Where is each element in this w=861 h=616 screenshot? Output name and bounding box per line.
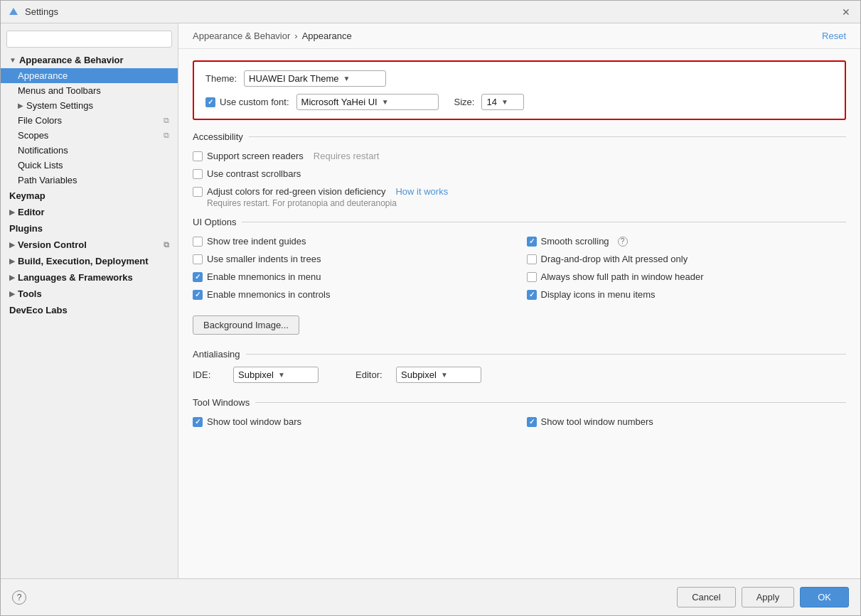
custom-font-label: Use custom font:: [220, 97, 289, 107]
smooth-scrolling-checkbox[interactable]: ✓: [527, 237, 537, 247]
sidebar-item-label: Notifications: [18, 145, 68, 156]
sidebar-section-keymap[interactable]: Keymap: [1, 188, 178, 204]
sidebar-item-system-settings[interactable]: System Settings: [1, 98, 178, 113]
sidebar-section-label: Appearance & Behavior: [19, 55, 124, 65]
editor-aa-dropdown[interactable]: Subpixel ▼: [396, 367, 481, 383]
sidebar-item-menus-toolbars[interactable]: Menus and Toolbars: [1, 83, 178, 98]
sidebar-item-label: Path Variables: [18, 175, 77, 185]
copy-icon: ⧉: [164, 116, 169, 125]
full-path-row: Always show full path in window header: [527, 270, 847, 283]
sidebar-section-languages[interactable]: Languages & Frameworks: [1, 269, 178, 286]
sidebar-section-build[interactable]: Build, Execution, Deployment: [1, 253, 178, 269]
display-icons-checkbox[interactable]: ✓: [527, 290, 537, 300]
full-path-checkbox[interactable]: [527, 272, 537, 282]
breadcrumb-bar: Appearance & Behavior › Appearance Reset: [178, 23, 860, 49]
sidebar-item-label: Quick Lists: [18, 160, 63, 171]
contrast-scrollbars-checkbox[interactable]: [193, 169, 203, 179]
close-button[interactable]: ✕: [839, 5, 853, 19]
check-icon: ✓: [208, 98, 213, 106]
ui-options-label: UI Options: [193, 217, 236, 227]
mnemonics-controls-checkbox[interactable]: ✓: [193, 290, 203, 300]
tree-indent-checkbox[interactable]: [193, 237, 203, 247]
sidebar-section-appearance-behavior[interactable]: Appearance & Behavior: [1, 52, 178, 68]
font-size-dropdown[interactable]: 14 ▼: [481, 94, 524, 110]
background-image-button[interactable]: Background Image...: [193, 315, 299, 335]
bottom-bar: ? Cancel Apply OK: [1, 578, 860, 615]
sidebar-item-quick-lists[interactable]: Quick Lists: [1, 158, 178, 173]
dnd-alt-checkbox[interactable]: [527, 254, 537, 264]
sidebar-item-label: File Colors: [18, 115, 62, 126]
chevron-icon: [9, 241, 15, 249]
font-value: Microsoft YaHei UI: [301, 97, 378, 107]
mnemonics-menu-checkbox[interactable]: ✓: [193, 272, 203, 282]
settings-dialog: Settings ✕ Appearance & Behavior Appeara…: [0, 0, 861, 616]
theme-dropdown[interactable]: HUAWEI Dark Theme ▼: [244, 70, 386, 87]
color-deficiency-subtext: Requires restart. For protanopia and deu…: [207, 198, 846, 208]
check-icon: ✓: [195, 273, 200, 281]
mnemonics-controls-row: ✓ Enable mnemonics in controls: [193, 288, 513, 301]
smaller-indents-row: Use smaller indents in trees: [193, 252, 513, 266]
editor-label: Editor:: [355, 369, 387, 380]
sidebar-item-label: Menus and Toolbars: [18, 85, 101, 96]
sidebar-item-notifications[interactable]: Notifications: [1, 143, 178, 158]
reset-link[interactable]: Reset: [822, 31, 846, 41]
mnemonics-menu-label: Enable mnemonics in menu: [207, 271, 321, 282]
sidebar-item-label: System Settings: [26, 100, 93, 111]
font-dropdown[interactable]: Microsoft YaHei UI ▼: [296, 94, 439, 110]
section-line: [249, 136, 846, 137]
smaller-indents-checkbox[interactable]: [193, 254, 203, 264]
ide-aa-dropdown[interactable]: Subpixel ▼: [233, 367, 319, 383]
apply-button[interactable]: Apply: [742, 587, 795, 607]
bottom-right: Cancel Apply OK: [677, 587, 849, 607]
chevron-icon: [9, 274, 15, 281]
search-bar: [1, 26, 178, 52]
sidebar-item-label: Scopes: [18, 130, 48, 141]
chevron-icon: [9, 56, 16, 64]
show-bars-label: Show tool window bars: [207, 416, 301, 427]
dnd-alt-label: Drag-and-drop with Alt pressed only: [541, 254, 688, 264]
search-wrap: [6, 31, 172, 48]
sidebar-item-file-colors[interactable]: File Colors ⧉: [1, 113, 178, 128]
color-deficiency-checkbox[interactable]: [193, 187, 203, 197]
section-line: [246, 354, 847, 355]
tool-windows-section-header: Tool Windows: [193, 397, 846, 408]
help-button[interactable]: ?: [12, 590, 26, 605]
ok-button[interactable]: OK: [800, 587, 849, 607]
theme-value: HUAWEI Dark Theme: [249, 73, 338, 84]
show-bars-checkbox[interactable]: ✓: [193, 417, 203, 427]
font-row: ✓ Use custom font: Microsoft YaHei UI ▼ …: [205, 94, 833, 110]
window-title: Settings: [25, 6, 58, 17]
chevron-down-icon: ▼: [278, 371, 285, 379]
settings-content: Theme: HUAWEI Dark Theme ▼ ✓ Use custom …: [178, 49, 860, 440]
chevron-icon: [9, 257, 15, 265]
right-panel: Appearance & Behavior › Appearance Reset…: [178, 23, 860, 578]
help-icon[interactable]: ?: [618, 237, 628, 247]
sidebar-item-path-variables[interactable]: Path Variables: [1, 173, 178, 188]
sidebar-section-editor[interactable]: Editor: [1, 204, 178, 220]
screen-readers-checkbox[interactable]: [193, 151, 203, 161]
check-icon: ✓: [529, 237, 535, 245]
accessibility-section-header: Accessibility: [193, 131, 846, 142]
mnemonics-menu-row: ✓ Enable mnemonics in menu: [193, 270, 513, 283]
check-icon: ✓: [529, 291, 535, 298]
ui-options-grid: Show tree indent guides Use smaller inde…: [193, 234, 846, 301]
custom-font-checkbox[interactable]: ✓: [205, 97, 215, 107]
how-it-works-link[interactable]: How it works: [395, 186, 448, 197]
chevron-down-icon: ▼: [501, 98, 508, 106]
sidebar-item-label: Keymap: [9, 190, 46, 201]
sidebar-section-tools[interactable]: Tools: [1, 286, 178, 302]
sidebar-section-deveco-labs[interactable]: DevEco Labs: [1, 302, 178, 318]
sidebar-section-version-control[interactable]: Version Control ⧉: [1, 237, 178, 253]
show-numbers-checkbox[interactable]: ✓: [527, 417, 537, 427]
sidebar-item-appearance[interactable]: Appearance: [1, 68, 178, 83]
sidebar-item-label: Tools: [18, 288, 42, 299]
sidebar-section-plugins[interactable]: Plugins: [1, 220, 178, 237]
titlebar: Settings ✕: [1, 1, 860, 23]
cancel-button[interactable]: Cancel: [677, 587, 735, 607]
antialiasing-row: IDE: Subpixel ▼ Editor: Subpixel ▼: [193, 367, 846, 383]
size-label: Size:: [454, 97, 475, 107]
sidebar-item-scopes[interactable]: Scopes ⧉: [1, 128, 178, 143]
theme-section: Theme: HUAWEI Dark Theme ▼ ✓ Use custom …: [193, 60, 846, 120]
chevron-icon: [9, 208, 15, 216]
search-input[interactable]: [6, 31, 172, 48]
